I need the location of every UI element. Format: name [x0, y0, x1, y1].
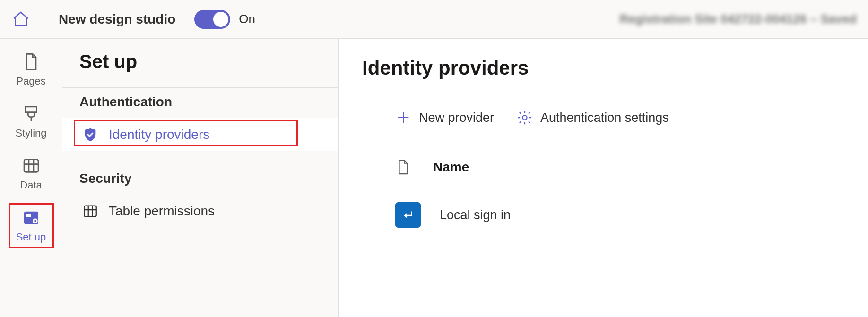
svg-rect-0: [24, 160, 38, 172]
studio-title: New design studio: [59, 12, 175, 27]
panel-title: Set up: [62, 51, 338, 87]
file-icon: [395, 159, 411, 175]
rail-item-label: Set up: [16, 231, 46, 243]
svg-point-6: [523, 115, 527, 120]
table-row[interactable]: Local sign in: [395, 188, 811, 228]
rail-item-label: Data: [20, 179, 42, 191]
design-toggle-group: On: [194, 10, 255, 29]
enter-arrow-icon: [401, 208, 415, 222]
svg-rect-2: [26, 214, 31, 217]
design-toggle-state: On: [239, 12, 255, 26]
rail-item-setup[interactable]: Set up: [9, 203, 54, 248]
left-rail: Pages Styling Data Set up: [0, 39, 62, 317]
rail-item-label: Pages: [16, 75, 45, 87]
table-icon: [22, 156, 41, 175]
design-toggle[interactable]: [194, 10, 230, 29]
shield-check-icon: [82, 127, 98, 143]
brush-icon: [22, 104, 41, 123]
cmd-label: Authentication settings: [540, 111, 669, 125]
section-security: Security: [62, 151, 338, 195]
column-name: Name: [433, 160, 469, 175]
rail-item-styling[interactable]: Styling: [9, 99, 54, 145]
row-name: Local sign in: [440, 208, 511, 223]
nav-item-identity-providers[interactable]: Identity providers: [62, 118, 338, 151]
svg-rect-5: [84, 206, 96, 217]
cmd-label: New provider: [419, 111, 494, 125]
save-status: Registration Site 042722-004126 – Saved: [619, 12, 857, 26]
page-title: Identity providers: [362, 57, 844, 79]
providers-table: Name Local sign in: [362, 138, 844, 228]
gear-icon: [517, 110, 533, 126]
table-header: Name: [395, 159, 811, 188]
section-authentication: Authentication: [62, 88, 338, 118]
content-area: Identity providers New provider Authenti…: [339, 39, 868, 317]
setup-panel: Set up Authentication Identity providers…: [62, 39, 339, 317]
nav-item-label: Table permissions: [109, 204, 215, 219]
rail-item-data[interactable]: Data: [9, 151, 54, 197]
local-signin-icon: [395, 202, 421, 228]
nav-item-table-permissions[interactable]: Table permissions: [62, 195, 338, 228]
new-provider-button[interactable]: New provider: [395, 110, 494, 126]
nav-item-label: Identity providers: [109, 127, 209, 142]
table-icon: [82, 203, 98, 219]
command-bar: New provider Authentication settings: [362, 102, 844, 138]
topbar: New design studio On Registration Site 0…: [0, 0, 868, 39]
auth-settings-button[interactable]: Authentication settings: [517, 110, 669, 126]
rail-item-pages[interactable]: Pages: [9, 47, 54, 93]
rail-item-label: Styling: [15, 127, 46, 139]
home-icon[interactable]: [11, 10, 30, 29]
plus-icon: [395, 110, 411, 126]
svg-point-4: [34, 220, 36, 222]
setup-icon: [22, 208, 41, 227]
page-icon: [22, 52, 41, 71]
